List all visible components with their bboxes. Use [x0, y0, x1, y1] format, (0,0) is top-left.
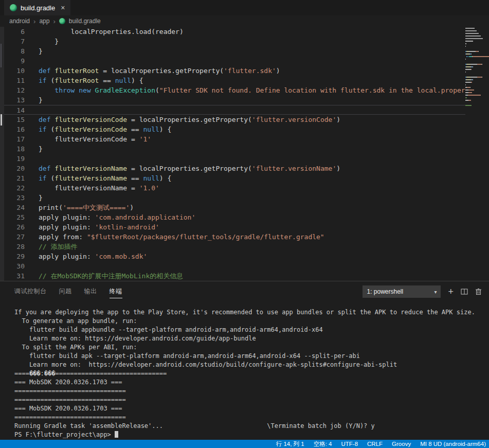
breadcrumb-item[interactable]: build.gradle — [69, 17, 101, 25]
code-line[interactable]: 6 localProperties.load(reader) — [4, 27, 465, 37]
code-line[interactable]: 13} — [4, 95, 465, 105]
code-text: flutterVersionName = '1.0' — [25, 183, 159, 193]
code-line[interactable]: 14 — [4, 105, 465, 115]
line-number: 25 — [4, 212, 25, 222]
line-number: 11 — [4, 76, 25, 85]
line-number: 14 — [4, 105, 25, 114]
terminal-output[interactable]: If you are deploying the app to the Play… — [0, 302, 489, 439]
status-item[interactable]: CRLF — [367, 441, 383, 447]
code-text: if (flutterVersionCode == null) { — [25, 124, 171, 134]
code-area[interactable]: 6 localProperties.load(reader)7 }8}910de… — [4, 27, 465, 281]
code-text: if (flutterVersionName == null) { — [25, 173, 171, 183]
editor[interactable]: 6 localProperties.load(reader)7 }8}910de… — [0, 27, 489, 281]
terminal-selector[interactable]: 1: powershell ▾ — [363, 285, 441, 298]
code-line[interactable]: 26apply plugin: 'kotlin-android' — [4, 222, 465, 232]
panel-tab-终端[interactable]: 终端 — [110, 285, 122, 298]
code-line[interactable]: 30 — [4, 261, 465, 271]
breadcrumb: android›app›build.gradle — [0, 15, 489, 27]
chevron-right-icon: › — [53, 17, 55, 25]
code-line[interactable]: 20def flutterVersionName = localProperti… — [4, 164, 465, 173]
terminal-line: flutter build appbundle --target-platfor… — [14, 326, 489, 334]
gradle-icon — [10, 4, 17, 11]
code-text — [25, 105, 39, 114]
terminal-line: flutter build apk --target-platform andr… — [14, 352, 489, 361]
terminal-line: Learn more on: https://developer.android… — [14, 334, 489, 343]
code-text: if (flutterRoot == null) { — [25, 76, 143, 85]
code-line[interactable]: 11if (flutterRoot == null) { — [4, 76, 465, 85]
panel-actions: 1: powershell ▾ + — [363, 285, 489, 298]
code-text: localProperties.load(reader) — [25, 27, 184, 37]
code-line[interactable]: 8} — [4, 46, 465, 56]
code-line[interactable]: 10def flutterRoot = localProperties.getP… — [4, 66, 465, 76]
code-line[interactable]: 16if (flutterVersionCode == null) { — [4, 124, 465, 134]
line-number: 23 — [4, 193, 25, 203]
code-line[interactable]: 12 throw new GradleException("Flutter SD… — [4, 85, 465, 95]
code-line[interactable]: 27apply from: "$flutterRoot/packages/flu… — [4, 232, 465, 242]
code-text: print('====中文测试====') — [25, 203, 134, 212]
split-terminal-icon[interactable] — [461, 288, 468, 295]
minimap[interactable] — [465, 27, 489, 281]
panel-tab-输出[interactable]: 输出 — [84, 285, 97, 298]
line-number: 18 — [4, 144, 25, 154]
line-number: 19 — [4, 154, 25, 164]
code-line[interactable]: 15def flutterVersionCode = localProperti… — [4, 115, 465, 124]
code-line[interactable]: 7 } — [4, 37, 465, 46]
code-line[interactable]: 21if (flutterVersionName == null) { — [4, 173, 465, 183]
line-number: 26 — [4, 222, 25, 232]
minimap-line — [465, 55, 489, 58]
terminal-selector-value: 1: powershell — [367, 288, 403, 295]
code-line[interactable]: 29apply plugin: 'com.mob.sdk' — [4, 252, 465, 261]
line-number: 21 — [4, 173, 25, 183]
status-item[interactable]: 空格: 4 — [314, 440, 332, 448]
terminal-line: To generate an app bundle, run: — [14, 317, 489, 326]
code-line[interactable]: 9 — [4, 56, 465, 66]
tab-bar: build.gradle × — [0, 0, 489, 15]
prompt-text: PS F:\flutter_project\app> — [14, 431, 115, 438]
code-line[interactable]: 23} — [4, 193, 465, 203]
code-line[interactable]: 28// 添加插件 — [4, 242, 465, 252]
panel-tab-问题[interactable]: 问题 — [59, 285, 72, 298]
panel-tab-调试控制台[interactable]: 调试控制台 — [14, 285, 47, 298]
minimap-line — [465, 104, 489, 106]
kill-terminal-icon[interactable] — [475, 288, 482, 295]
line-number: 30 — [4, 261, 25, 271]
code-line[interactable]: 25apply plugin: 'com.android.application… — [4, 212, 465, 222]
code-line[interactable]: 18} — [4, 144, 465, 154]
line-number: 15 — [4, 115, 25, 124]
line-number: 31 — [4, 271, 25, 281]
terminal-line: Learn more on: https://developer.android… — [14, 361, 489, 369]
panel-tabs: 调试控制台问题输出终端 — [14, 285, 122, 298]
terminal-line: ============================== — [14, 396, 489, 404]
tab-label: build.gradle — [21, 4, 55, 12]
code-line[interactable]: 19 — [4, 154, 465, 164]
breadcrumb-item[interactable]: app — [39, 17, 49, 25]
line-number: 28 — [4, 242, 25, 252]
code-line[interactable]: 17 flutterVersionCode = '1' — [4, 134, 465, 144]
breadcrumb-item[interactable]: android — [9, 17, 30, 25]
status-item[interactable]: MI 8 UD (android-arm64) — [420, 441, 486, 447]
tab-build-gradle[interactable]: build.gradle × — [4, 0, 70, 15]
code-text — [25, 154, 39, 164]
line-number: 12 — [4, 85, 25, 95]
line-number: 29 — [4, 252, 25, 261]
status-item[interactable]: Groovy — [392, 441, 411, 447]
code-line[interactable]: 22 flutterVersionName = '1.0' — [4, 183, 465, 193]
code-text: } — [25, 95, 43, 105]
code-text: def flutterVersionName = localProperties… — [25, 164, 340, 173]
panel-header: 调试控制台问题输出终端 1: powershell ▾ + — [0, 281, 489, 302]
line-number: 17 — [4, 134, 25, 144]
code-text: apply plugin: 'com.android.application' — [25, 212, 195, 222]
code-text: def flutterRoot = localProperties.getPro… — [25, 66, 280, 76]
code-text: } — [25, 37, 59, 46]
code-line[interactable]: 31// 在MobSDK的扩展中注册MobLink的相关信息 — [4, 271, 465, 281]
new-terminal-icon[interactable]: + — [448, 288, 454, 295]
status-item[interactable]: UTF-8 — [341, 441, 358, 447]
code-text: throw new GradleException("Flutter SDK n… — [25, 85, 465, 95]
code-line[interactable]: 24print('====中文测试====') — [4, 203, 465, 212]
status-item[interactable]: 行 14, 列 1 — [276, 440, 304, 448]
chevron-down-icon: ▾ — [434, 289, 437, 295]
line-number: 6 — [4, 27, 25, 37]
terminal-line: ============================== — [14, 387, 489, 396]
line-number: 20 — [4, 164, 25, 173]
close-icon[interactable]: × — [61, 4, 65, 12]
